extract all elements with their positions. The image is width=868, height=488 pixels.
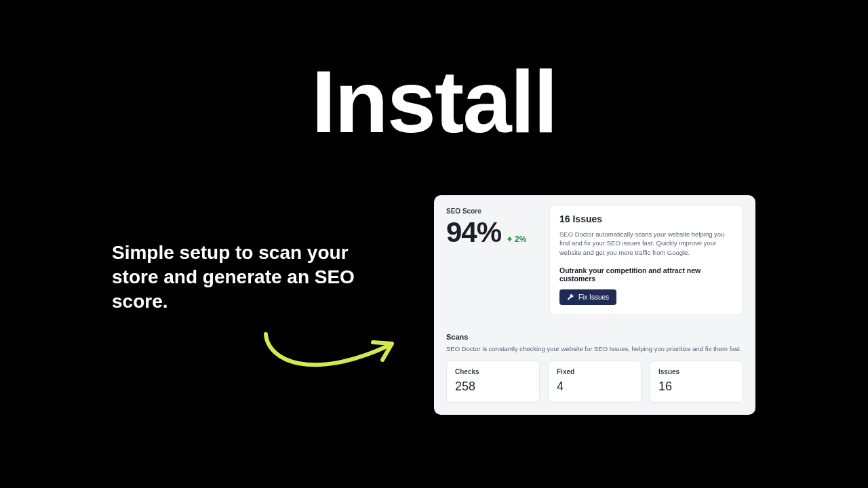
issues-description: SEO Doctor automatically scans your webs… bbox=[559, 230, 733, 257]
stat-label: Fixed bbox=[557, 368, 633, 375]
stat-value: 258 bbox=[455, 380, 531, 394]
stat-card-checks: Checks 258 bbox=[446, 361, 540, 403]
seo-score-block: SEO Score 94% 2% bbox=[446, 205, 540, 315]
scans-title: Scans bbox=[446, 333, 743, 341]
seo-score-value: 94% bbox=[446, 216, 501, 249]
fix-issues-button-label: Fix Issues bbox=[578, 293, 609, 301]
stat-card-issues: Issues 16 bbox=[650, 361, 743, 403]
issues-card: 16 Issues SEO Doctor automatically scans… bbox=[549, 205, 743, 315]
seo-score-label: SEO Score bbox=[446, 207, 540, 215]
stat-value: 16 bbox=[658, 380, 734, 394]
scans-section: Scans SEO Doctor is constantly checking … bbox=[446, 333, 743, 403]
stat-label: Checks bbox=[455, 368, 531, 375]
seo-score-delta: 2% bbox=[507, 235, 526, 244]
scans-description: SEO Doctor is constantly checking your w… bbox=[446, 345, 743, 352]
outrank-text: Outrank your competition and attract new… bbox=[559, 266, 733, 283]
stat-card-fixed: Fixed 4 bbox=[548, 361, 642, 403]
hero-title: Install bbox=[0, 58, 868, 146]
fix-issues-button[interactable]: Fix Issues bbox=[559, 289, 616, 305]
seo-score-delta-value: 2% bbox=[515, 235, 526, 244]
stat-label: Issues bbox=[658, 368, 734, 375]
dashboard-card: SEO Score 94% 2% 16 Issues SEO Doctor au… bbox=[434, 195, 755, 415]
hero-subhead: Simple setup to scan your store and gene… bbox=[112, 241, 356, 313]
wrench-icon bbox=[567, 293, 574, 301]
issues-title: 16 Issues bbox=[559, 214, 733, 224]
stat-value: 4 bbox=[557, 380, 633, 394]
arrow-icon bbox=[258, 329, 403, 380]
arrow-up-icon bbox=[507, 236, 513, 242]
